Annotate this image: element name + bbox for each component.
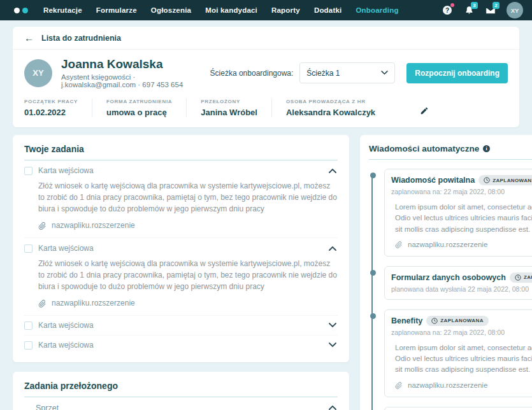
profile-text: Joanna Kowalska Asystent księgowości · j… (61, 57, 210, 88)
attachment-link[interactable]: nazwapliku.rozszerzenie (395, 381, 532, 389)
info-value: Janina Wróbel (201, 108, 257, 117)
timeline-line (371, 174, 373, 410)
employment-info-row: POCZĄTEK PRACY 01.02.2022 FORMA ZATRUDNI… (13, 94, 519, 127)
messages-timeline: Wiadomość powitalna ZAPLANOWANA (369, 169, 532, 410)
back-link[interactable]: Lista do zatrudnienia (41, 34, 121, 43)
chevron-up-icon[interactable] (327, 167, 338, 174)
chevron-down-icon[interactable] (327, 341, 338, 349)
info-value: 01.02.2022 (24, 108, 78, 117)
manager-tasks-card: Zadania przełożonego Sprzęt czas wykonan… (13, 372, 349, 410)
onboarding-path-select[interactable]: Ścieżka 1 (299, 62, 395, 83)
path-label: Ścieżka onboardingowa: (210, 69, 294, 78)
auto-messages-card: Wiadomości automatyczne i Wiadomość powi… (360, 135, 532, 410)
info-field-employment-form: FORMA ZATRUDNIENIA umowa o pracę (92, 99, 186, 117)
message-card-personal-data-form: Formularz danych osobowych ZAPLANOWANA (384, 266, 532, 300)
timeline-dot (370, 173, 376, 178)
user-avatar[interactable]: XY (507, 2, 523, 18)
timeline-dot (370, 270, 376, 276)
paperclip-icon (395, 241, 403, 248)
employee-header-card: ← Lista do zatrudnienia XY Joanna Kowals… (13, 27, 519, 127)
your-tasks-card: Twoje zadania Karta wejściowa Złóż wnios… (13, 135, 349, 362)
paperclip-icon (38, 222, 47, 230)
clock-icon (515, 274, 521, 281)
nav-item-rekrutacje[interactable]: Rekrutacje (43, 6, 82, 14)
nav-item-formularze[interactable]: Formularze (96, 6, 137, 14)
info-field-start-date: POCZĄTEK PRACY 01.02.2022 (24, 99, 92, 117)
bell-icon[interactable]: 3 (463, 4, 475, 16)
task-checkbox[interactable] (24, 167, 32, 175)
chevron-down-icon (381, 71, 388, 75)
message-title: Wiadomość powitalna (391, 176, 475, 185)
attachment-link[interactable]: nazwapliku.rozszerzenie (38, 299, 338, 308)
message-schedule: zaplanowana na: 22 maja 2022, 08:00 (391, 329, 532, 336)
clock-icon (484, 177, 490, 183)
info-value: Aleksandra Kowalczyk (286, 108, 375, 117)
help-icon[interactable]: ? (442, 4, 453, 16)
task-checkbox[interactable] (24, 322, 32, 330)
info-field-supervisor: PRZEŁOŻONY Janina Wróbel (186, 99, 271, 117)
message-title: Formularz danych osobowych (391, 273, 506, 282)
task-item: Karta wejściowa (24, 316, 338, 336)
nav-item-ogloszenia[interactable]: Ogłoszenia (151, 6, 191, 14)
message-body: Lorem ipsum dolor sit amet, consectetur … (395, 202, 532, 235)
info-label: OSOBA PROWADZĄCA Z HR (286, 99, 375, 104)
section-title: Twoje zadania (24, 144, 84, 154)
employee-meta: Asystent księgowości · j.kowalska@gmail.… (61, 73, 210, 88)
main-nav: Rekrutacje Formularze Ogłoszenia Moi kan… (43, 6, 442, 14)
task-title[interactable]: Karta wejściowa (38, 166, 322, 175)
nav-right-icons: ? 3 2 XY (442, 2, 523, 18)
chevron-up-icon[interactable] (327, 244, 338, 252)
bell-count-badge: 3 (471, 2, 478, 9)
info-label: POCZĄTEK PRACY (24, 99, 78, 104)
back-arrow-icon[interactable]: ← (24, 33, 34, 43)
mail-count-badge: 2 (492, 2, 500, 9)
section-title: Wiadomości automatyczne (369, 144, 479, 153)
status-badge-label: ZAPLANOWANA (440, 318, 484, 323)
employee-name: Joanna Kowalska (61, 57, 210, 71)
notification-dot (450, 3, 454, 7)
attachment-name: nazwapliku.rozszerzenie (52, 221, 135, 230)
app-logo (14, 8, 28, 13)
status-badge-label: ZAPLANOWANA (524, 274, 532, 280)
message-title: Benefity (391, 316, 422, 325)
task-title[interactable]: Karta wejściowa (38, 244, 322, 253)
info-label: FORMA ZATRUDNIENIA (106, 99, 172, 104)
info-icon[interactable]: i (483, 145, 490, 152)
nav-item-moi-kandydaci[interactable]: Moi kandydaci (205, 6, 257, 14)
mail-icon[interactable]: 2 (485, 4, 496, 16)
nav-item-raporty[interactable]: Raporty (271, 6, 300, 14)
task-checkbox[interactable] (24, 341, 32, 350)
attachment-name: nazwapliku.rozszerzenie (52, 299, 135, 308)
employee-avatar: XY (24, 59, 52, 87)
task-description: Złóż wniosek o kartę wejściową dla praco… (38, 258, 338, 292)
nav-item-dodatki[interactable]: Dodatki (314, 6, 342, 14)
status-badge: ZAPLANOWANA (426, 316, 489, 326)
chevron-up-icon[interactable] (327, 404, 338, 410)
attachment-link[interactable]: nazwapliku.rozszerzenie (395, 241, 532, 248)
task-item: Karta wejściowa Złóż wniosek o kartę wej… (24, 160, 338, 238)
help-question-glyph: ? (443, 6, 452, 15)
nav-item-onboarding[interactable]: Onboarding (356, 6, 398, 14)
onboarding-path-controls: Ścieżka onboardingowa: Ścieżka 1 Rozpocz… (210, 62, 508, 83)
start-onboarding-button[interactable]: Rozpocznij onboarding (406, 63, 508, 83)
task-title[interactable]: Karta wejściowa (38, 341, 322, 350)
status-badge: ZAPLANOWANA (478, 175, 532, 185)
chevron-down-icon[interactable] (327, 322, 338, 329)
message-body: Lorem ipsum dolor sit amet, consectetur … (395, 343, 532, 376)
info-label: PRZEŁOŻONY (201, 99, 257, 104)
path-selected-value: Ścieżka 1 (306, 69, 340, 78)
message-card-benefits: Benefity ZAPLANOWANA zaplanow (384, 309, 532, 397)
back-row: ← Lista do zatrudnienia (13, 27, 519, 50)
auto-messages-header: Wiadomości automatyczne i (369, 144, 532, 160)
top-navbar: Rekrutacje Formularze Ogłoszenia Moi kan… (0, 0, 532, 20)
clock-icon (431, 318, 438, 324)
task-title[interactable]: Sprzęt (36, 404, 327, 410)
task-checkbox[interactable] (24, 244, 32, 253)
task-description: Złóż wniosek o kartę wejściową dla praco… (38, 180, 338, 215)
paperclip-icon (38, 299, 47, 308)
edit-pencil-icon[interactable] (419, 105, 430, 117)
attachment-link[interactable]: nazwapliku.rozszerzenie (38, 221, 338, 230)
message-schedule: zaplanowana na: 22 maja 2022, 08:00 (391, 188, 532, 195)
attachment-name: nazwapliku.rozszerzenie (408, 241, 487, 248)
task-title[interactable]: Karta wejściowa (38, 321, 322, 330)
